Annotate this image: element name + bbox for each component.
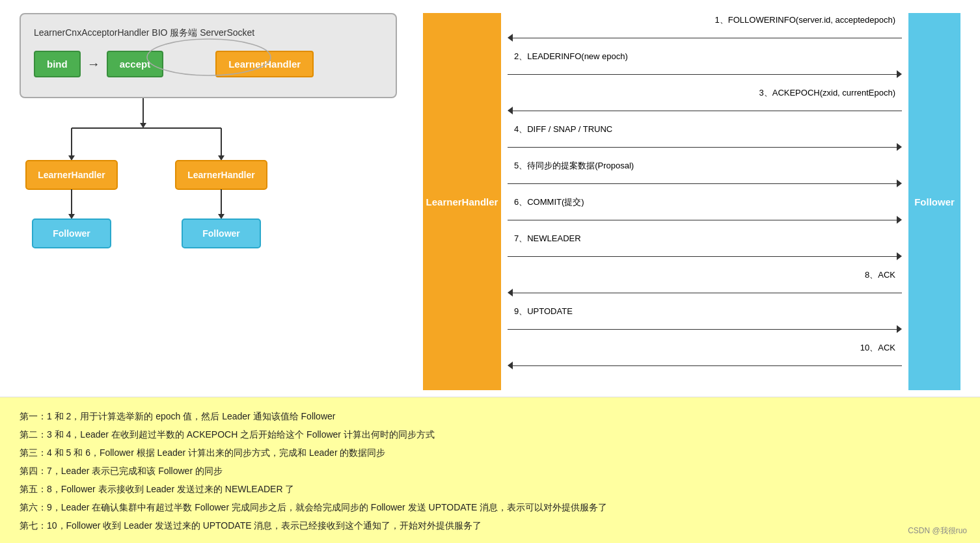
arrow-left-head-1 [508,34,513,42]
svg-text:LearnerHandler: LearnerHandler [187,170,255,180]
msg-line-4 [508,147,897,148]
msg-label-7: 7、NEWLEADER [514,233,581,245]
svg-marker-5 [68,155,75,161]
arrow-right-head-4 [897,143,902,151]
diagram-area: LearnerCnxAcceptorHandler BIO 服务端 Server… [0,0,980,397]
seq-msg-7: 7、NEWLEADER [508,243,902,269]
arrow-right-head-6 [897,216,902,224]
watermark: CSDN @我很ruo [908,525,967,536]
msg-label-1: 1、FOLLOWERINFO(server.id, acceptedepoch) [715,14,895,26]
msg-line-2 [508,74,897,75]
note-5: 第五：8，Follower 表示接收到 Leader 发送过来的 NEWLEAD… [20,480,960,498]
msg-label-3: 3、ACKEPOCH(zxid, currentEpoch) [759,87,895,99]
svg-marker-13 [68,214,75,219]
svg-marker-7 [218,155,225,161]
node-bind: bind [34,51,81,77]
msg-label-5: 5、待同步的提案数据(Proposal) [514,160,634,172]
msg-line-5 [508,183,897,184]
seq-messages: 1、FOLLOWERINFO(server.id, acceptedepoch)… [501,13,908,390]
msg-label-8: 8、ACK [865,269,895,281]
arrow-right-head-5 [897,179,902,187]
svg-text:LearnerHandler: LearnerHandler [38,170,105,180]
arrow-right-head-2 [897,70,902,78]
arrow-left-head-10 [508,362,513,369]
seq-msg-5: 5、待同步的提案数据(Proposal) [508,170,902,196]
seq-actor-follower: Follower [908,13,960,390]
seq-actor-learner: LearnerHandler [423,13,501,390]
svg-marker-2 [140,123,146,128]
seq-msg-9: 9、UPTODATE [508,316,902,342]
msg-line-7 [508,256,897,257]
follower-label: Follower [914,196,955,207]
note-3: 第三：4 和 5 和 6，Follower 根据 Leader 计算出来的同步方… [20,444,960,462]
server-nodes: bind → accept LearnerHandler [34,51,383,77]
svg-point-0 [147,39,271,75]
arrow-right-icon: → [87,57,100,72]
left-diagram: LearnerCnxAcceptorHandler BIO 服务端 Server… [20,13,397,390]
arrow-left-head-8 [508,289,513,297]
note-6: 第六：9，Leader 在确认集群中有超过半数 Follower 完成同步之后，… [20,498,960,516]
msg-line-3 [513,111,902,111]
msg-line-10 [513,365,902,366]
main-container: LearnerCnxAcceptorHandler BIO 服务端 Server… [0,0,980,543]
msg-label-10: 10、ACK [860,342,895,354]
seq-msg-6: 6、COMMIT(提交) [508,207,902,233]
msg-line-8 [513,293,902,293]
msg-label-2: 2、LEADERINFO(new epoch) [514,51,628,62]
svg-marker-15 [218,214,225,219]
seq-msg-2: 2、LEADERINFO(new epoch) [508,61,902,87]
seq-msg-8: 8、ACK [508,280,902,306]
seq-msg-10: 10、ACK [508,352,902,378]
note-4: 第四：7，Leader 表示已完成和该 Follower 的同步 [20,462,960,480]
msg-line-1 [513,38,902,38]
arrow-right-head-7 [897,252,902,260]
msg-label-9: 9、UPTODATE [514,306,573,317]
right-diagram: LearnerHandler 1、FOLLOWERINFO(server.id,… [423,13,960,390]
seq-msg-4: 4、DIFF / SNAP / TRUNC [508,134,902,160]
note-7: 第七：10，Follower 收到 Leader 发送过来的 UPTODATE … [20,516,960,535]
arrow-left-head-3 [508,107,513,114]
learner-label: LearnerHandler [426,196,498,207]
msg-label-6: 6、COMMIT(提交) [514,196,584,208]
server-box: LearnerCnxAcceptorHandler BIO 服务端 Server… [20,13,397,98]
note-2: 第二：3 和 4，Leader 在收到超过半数的 ACKEPOCH 之后开始给这… [20,425,960,444]
svg-text:Follower: Follower [202,228,240,239]
msg-line-6 [508,220,897,220]
msg-line-9 [508,329,897,330]
tree-svg: LearnerHandler LearnerHandler Follower [20,98,384,280]
notes-area: 第一：1 和 2，用于计算选举新的 epoch 值，然后 Leader 通知该值… [0,397,980,543]
svg-text:Follower: Follower [53,228,90,239]
seq-msg-3: 3、ACKEPOCH(zxid, currentEpoch) [508,98,902,124]
seq-container: LearnerHandler 1、FOLLOWERINFO(server.id,… [423,13,960,390]
seq-msg-1: 1、FOLLOWERINFO(server.id, acceptedepoch) [508,25,902,51]
note-1: 第一：1 和 2，用于计算选举新的 epoch 值，然后 Leader 通知该值… [20,407,960,425]
ellipse-svg [144,38,274,77]
arrow-right-head-9 [897,325,902,333]
msg-label-4: 4、DIFF / SNAP / TRUNC [514,124,612,135]
tree-structure: LearnerHandler LearnerHandler Follower [20,98,384,280]
